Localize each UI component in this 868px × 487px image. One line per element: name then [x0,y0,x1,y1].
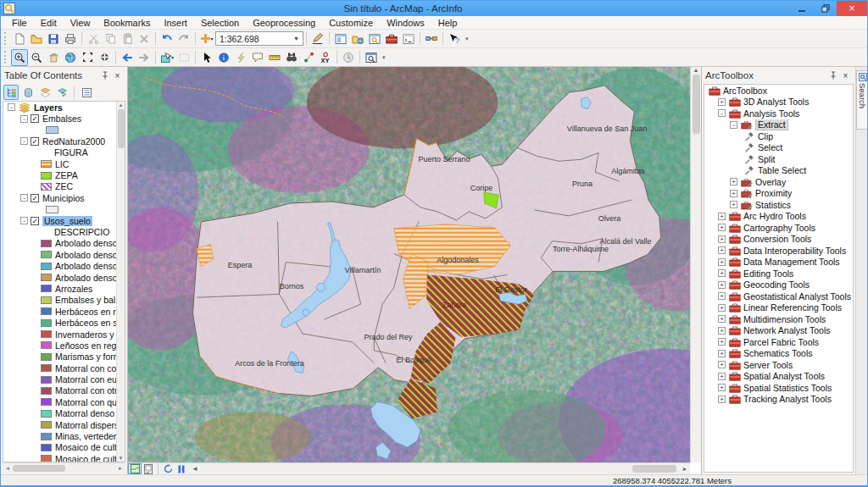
toc-tree[interactable]: - Layers - ✓ Embalses - ✓ RedNatura2000 … [3,101,125,462]
scroll-left-icon[interactable]: ◄ [3,466,13,471]
toolbar-overflow-icon[interactable]: ▾ [382,54,386,61]
toc-options-icon[interactable] [79,85,94,100]
legend-swatch[interactable] [41,240,52,247]
toolbox-item[interactable]: +Data Management Tools [704,257,853,268]
legend-swatch[interactable] [41,410,52,418]
html-popup-icon[interactable] [249,49,266,66]
expander-icon[interactable]: + [718,304,726,312]
arctoolbox-panel-header[interactable]: ArcToolbox × [702,67,855,84]
scroll-right-icon[interactable]: ► [115,466,125,471]
toc-legend-item[interactable]: Matorral con quercín [3,396,125,407]
scrollbar-thumb[interactable] [118,109,125,148]
toolbox-item[interactable]: -Analysis Tools [704,108,853,119]
expander-icon[interactable]: + [718,327,726,335]
legend-swatch[interactable] [41,353,52,361]
toolbox-item[interactable]: +Geocoding Tools [704,279,853,291]
toolbox-item[interactable]: +Tracking Analyst Tools [704,394,853,406]
menu-view[interactable]: View [64,18,97,28]
previous-extent-icon[interactable]: ◄ [188,463,202,474]
pin-icon[interactable] [826,69,839,82]
toc-legend-item[interactable]: Minas, vertederos y [3,430,125,441]
toc-layer-usos-suelo[interactable]: - ✓ Usos_suelo [3,215,125,226]
tool-split[interactable]: Split [704,153,853,165]
menu-file[interactable]: File [5,18,34,28]
expander-icon[interactable]: - [20,137,28,145]
refresh-view-button[interactable] [161,463,175,474]
open-folder-icon[interactable] [28,30,45,47]
hyperlink-icon[interactable] [232,49,249,66]
symbol-swatch[interactable] [46,126,58,134]
expander-icon[interactable]: + [730,178,737,185]
tool-select[interactable]: Select [704,142,853,154]
toc-symbol-swatch[interactable] [3,125,125,136]
toc-layer-municipios[interactable]: - ✓ Municipios [3,192,125,203]
expander-icon[interactable]: + [718,315,726,323]
legend-swatch[interactable] [41,319,52,327]
legend-swatch[interactable] [41,330,52,338]
search-window-icon[interactable] [366,30,383,47]
toolset-extract[interactable]: -Extract [704,119,853,131]
toc-legend-item[interactable]: Matorral con eucalip [3,374,125,385]
expander-icon[interactable]: + [718,350,726,357]
expander-icon[interactable]: + [718,98,726,106]
clear-selection-icon[interactable] [175,49,192,66]
delete-icon[interactable] [136,30,153,47]
toolbox-item[interactable]: +Arc Hydro Tools [704,211,853,223]
tool-table-select[interactable]: Table Select [704,165,853,177]
restore-button[interactable] [814,1,837,16]
scroll-up-icon[interactable]: ▲ [693,67,699,73]
toc-legend-item[interactable]: Arbolado denso de c [3,272,125,283]
editor-icon[interactable] [309,30,326,47]
toc-panel-header[interactable]: Table Of Contents × [1,67,127,84]
copy-icon[interactable] [102,30,119,47]
toolset-item[interactable]: +Overlay [704,176,853,188]
legend-swatch[interactable] [41,455,52,462]
pin-icon[interactable] [98,69,111,82]
expander-icon[interactable]: + [718,373,726,380]
expander-icon[interactable]: + [718,281,726,289]
toolbox-item[interactable]: +3D Analyst Tools [704,97,853,108]
table-of-contents-window-icon[interactable] [332,30,349,47]
toolbox-root[interactable]: ArcToolbox [704,85,853,97]
layer-checkbox[interactable]: ✓ [31,194,39,202]
expander-icon[interactable]: - [730,121,737,129]
map-vertical-scrollbar[interactable]: ▲ [690,67,701,462]
scrollbar-thumb[interactable] [13,465,65,472]
toc-legend-item[interactable]: Embalses y balsas [3,295,125,306]
toc-legend-item[interactable]: Matorral disperso [3,419,125,430]
toolbox-item[interactable]: +Server Tools [704,359,853,371]
toc-vertical-scrollbar[interactable]: ▲ ▼ [116,102,125,462]
close-button[interactable]: × [837,1,867,16]
layer-checkbox[interactable]: ✓ [31,217,39,225]
list-by-selection-icon[interactable] [54,85,70,100]
toolbox-item[interactable]: +Geostatistical Analyst Tools [704,291,853,302]
undo-icon[interactable] [159,30,175,47]
go-back-extent-icon[interactable] [119,49,136,66]
toolbox-item[interactable]: +Cartography Tools [704,222,853,234]
expander-icon[interactable]: - [718,109,726,117]
legend-swatch[interactable] [41,341,52,349]
toc-group-layers[interactable]: - Layers [3,102,125,113]
tool-clip[interactable]: Clip [704,130,853,142]
toc-legend-item[interactable]: Arrozales [3,283,125,294]
layer-checkbox[interactable]: ✓ [31,114,39,123]
map-scale-combobox[interactable]: 1:362.698 ▼ [215,31,303,46]
legend-swatch[interactable] [41,296,52,304]
expander-icon[interactable]: + [718,269,726,277]
toolset-item[interactable]: +Statistics [704,199,853,211]
legend-swatch[interactable] [41,433,52,440]
toc-legend-item[interactable]: Marismas y formacio [3,351,125,362]
toc-legend-item[interactable]: Leñosos en regadío [3,340,125,351]
identify-icon[interactable]: i [215,49,232,66]
toolset-item[interactable]: +Proximity [704,188,853,200]
legend-swatch[interactable] [41,307,52,315]
toc-layer-embalses[interactable]: - ✓ Embalses [3,113,125,124]
expander-icon[interactable]: + [718,235,726,243]
select-elements-icon[interactable] [198,49,215,66]
select-features-icon[interactable]: ▾ [159,49,175,66]
legend-swatch[interactable] [41,285,52,292]
find-icon[interactable] [283,49,300,66]
toc-symbol-swatch[interactable] [3,204,125,215]
scrollbar-thumb[interactable] [632,465,676,473]
expander-icon[interactable]: - [20,217,28,224]
